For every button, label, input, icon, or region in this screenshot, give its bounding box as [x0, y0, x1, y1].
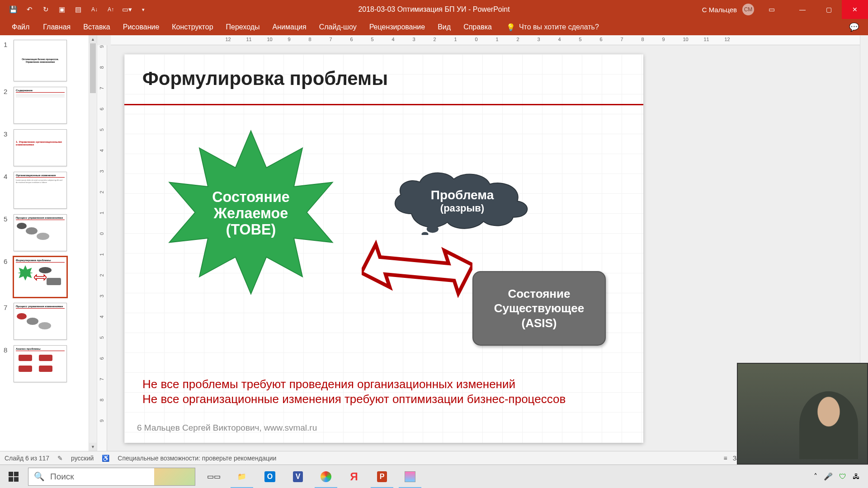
cloud-shape-problem[interactable]: Проблема (разрыв)	[382, 167, 542, 235]
ribbon-display-icon[interactable]: ▭	[768, 5, 776, 14]
webcam-overlay	[737, 363, 868, 465]
slide-thumb-3[interactable]: 1. Управление организационными изменения…	[14, 129, 67, 166]
cloud-line1: Проблема	[431, 188, 494, 202]
svg-marker-1	[34, 275, 47, 280]
tab-design[interactable]: Конструктор	[165, 19, 219, 35]
avatar[interactable]: СМ	[742, 4, 754, 15]
asis-line3: (ASIS)	[522, 316, 557, 331]
status-accessibility[interactable]: Специальные возможности: проверьте реком…	[118, 455, 276, 462]
slide-footer[interactable]: 6 Мальцев Сергей Викторович, www.svmal.r…	[137, 423, 317, 433]
tab-animations[interactable]: Анимация	[266, 19, 313, 35]
tab-slideshow[interactable]: Слайд-шоу	[313, 19, 363, 35]
tray-shield-icon[interactable]: 🛡	[839, 473, 846, 481]
slideshow-current-icon[interactable]: ▤	[74, 5, 82, 14]
slide-thumb-8[interactable]: Анализ проблемы	[14, 345, 67, 382]
powerpoint-icon[interactable]: P	[368, 465, 396, 488]
ruler-horizontal[interactable]: 1211109876543210123456789101112	[111, 35, 860, 45]
tell-me-search[interactable]: 💡 Что вы хотите сделать?	[506, 23, 599, 32]
svg-rect-6	[9, 472, 13, 476]
outlook-icon[interactable]: O	[256, 465, 284, 488]
search-decoration	[154, 468, 195, 485]
font-increase-icon[interactable]: A↑	[107, 5, 115, 14]
ruler-vertical[interactable]: 9876543210123456789	[97, 45, 107, 451]
svg-rect-7	[14, 472, 19, 476]
yandex-icon[interactable]: Я	[340, 465, 368, 488]
spellcheck-icon[interactable]: ✎	[57, 455, 63, 462]
app-icon-2[interactable]	[396, 465, 424, 488]
slide-thumb-1[interactable]: Оптимизация бизнес-процессов.Управление …	[14, 40, 67, 81]
star-line3: (TOBE)	[226, 221, 276, 238]
svg-marker-5	[362, 228, 472, 300]
note-text-2[interactable]: Не все организационные изменения требуют…	[142, 392, 566, 406]
double-arrow-shape[interactable]	[362, 228, 472, 300]
asis-line1: Состояние	[508, 286, 570, 301]
slideshow-start-icon[interactable]: ▣	[58, 5, 66, 14]
thumb-num: 1	[4, 40, 14, 48]
tray-chevron-icon[interactable]: ˄	[814, 472, 817, 481]
scroll-up-icon[interactable]: ▲	[89, 35, 97, 43]
slide-thumb-6[interactable]: Формулировка проблемы	[14, 257, 67, 297]
star-line1: Состояние	[212, 189, 289, 205]
maximize-button[interactable]: ▢	[816, 0, 842, 19]
status-slide-count[interactable]: Слайд 6 из 117	[5, 455, 49, 462]
slide-thumb-5[interactable]: Процесс управления изменениями	[14, 214, 67, 251]
tab-home[interactable]: Главная	[37, 19, 77, 35]
cloud-line2: (разрыв)	[440, 202, 484, 214]
thumb-num: 8	[4, 345, 14, 354]
asis-line2: Существующее	[494, 301, 584, 316]
taskbar: 🔍 Поиск ▭▭ 📁 O V Я P ˄ 🎤 🛡 🖧	[0, 465, 868, 488]
svg-marker-0	[18, 265, 33, 281]
slide-thumb-4[interactable]: Организационные измененияLorem ipsum dol…	[14, 172, 67, 209]
tray-network-icon[interactable]: 🖧	[853, 473, 860, 481]
close-button[interactable]: ✕	[842, 0, 868, 19]
slide-canvas[interactable]: Формулировка проблемы Состояние Желаемое…	[124, 54, 643, 443]
tab-view[interactable]: Вид	[431, 19, 457, 35]
app-icon-1[interactable]	[312, 465, 340, 488]
thumbnails-scrollbar[interactable]: ▲ ▼	[89, 35, 97, 451]
start-button[interactable]	[0, 465, 27, 488]
tab-help[interactable]: Справка	[457, 19, 498, 35]
system-tray: ˄ 🎤 🛡 🖧	[814, 472, 868, 481]
tray-mic-icon[interactable]: 🎤	[824, 472, 833, 481]
tab-insert[interactable]: Вставка	[77, 19, 116, 35]
slide-thumb-7[interactable]: Процесс управления изменениями	[14, 303, 67, 340]
document-title: 2018-03-03 Оптимизация БП УИ - PowerPoin…	[358, 5, 509, 14]
task-view-icon[interactable]: ▭▭	[200, 465, 228, 488]
share-icon[interactable]: 💬	[840, 22, 868, 32]
star-shape-tobe[interactable]: Состояние Желаемое (TOBE)	[165, 127, 337, 298]
tell-me-label: Что вы хотите сделать?	[519, 23, 599, 31]
accessibility-icon[interactable]: ♿	[102, 455, 109, 462]
redo-icon[interactable]: ↻	[42, 5, 50, 14]
thumb-num: 2	[4, 87, 14, 95]
qat-more-icon[interactable]: ▾	[139, 5, 147, 14]
lightbulb-icon: 💡	[506, 23, 515, 32]
scrollbar-thumb[interactable]	[90, 43, 96, 93]
file-explorer-icon[interactable]: 📁	[228, 465, 256, 488]
svg-rect-9	[14, 477, 19, 481]
status-language[interactable]: русский	[71, 455, 94, 462]
tab-draw[interactable]: Рисование	[117, 19, 166, 35]
box-shape-asis[interactable]: Состояние Существующее (ASIS)	[472, 271, 606, 346]
taskbar-search[interactable]: 🔍 Поиск	[28, 468, 195, 486]
thumb-num: 3	[4, 129, 14, 138]
slide-title[interactable]: Формулировка проблемы	[142, 68, 388, 89]
ribbon-tabs: Файл Главная Вставка Рисование Конструкт…	[0, 19, 868, 35]
scroll-down-icon[interactable]: ▼	[89, 443, 97, 451]
layout-icon[interactable]: ▭▾	[123, 5, 131, 14]
minimize-button[interactable]: ―	[789, 0, 816, 19]
user-name[interactable]: С Мальцев	[702, 6, 737, 14]
tab-review[interactable]: Рецензирование	[363, 19, 432, 35]
note-text-1[interactable]: Не все проблемы требуют проведения орган…	[142, 377, 515, 391]
tab-transitions[interactable]: Переходы	[220, 19, 266, 35]
undo-icon[interactable]: ↶	[25, 5, 33, 14]
tab-file[interactable]: Файл	[5, 19, 37, 35]
notes-icon: ≡	[723, 455, 727, 462]
svg-rect-8	[9, 477, 13, 481]
save-icon[interactable]: 💾	[9, 5, 17, 14]
thumbnails-scroll[interactable]: 1 Оптимизация бизнес-процессов.Управлени…	[0, 35, 89, 451]
title-divider	[124, 104, 643, 105]
slide-thumb-2[interactable]: Содержание	[14, 87, 67, 124]
visio-icon[interactable]: V	[284, 465, 312, 488]
font-decrease-icon[interactable]: A↓	[90, 5, 99, 14]
star-line2: Желаемое	[213, 205, 288, 221]
